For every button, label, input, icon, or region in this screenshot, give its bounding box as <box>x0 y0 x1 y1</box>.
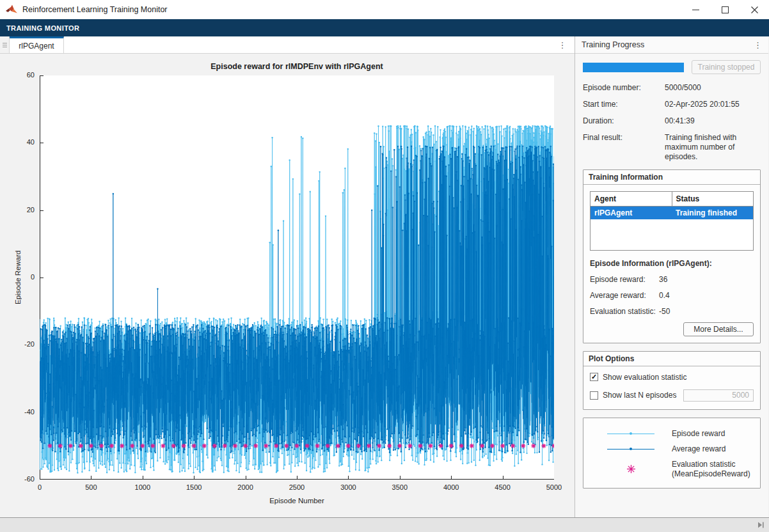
field-label: Episode number: <box>583 83 665 93</box>
ellipsis-vertical-icon: ⋮ <box>754 40 762 50</box>
last-n-episodes-input[interactable] <box>683 389 754 402</box>
title-bar: Reinforcement Learning Training Monitor <box>0 0 769 19</box>
field-value: 5000/5000 <box>665 83 759 93</box>
episode-stats: Episode reward:36Average reward:0.4Evalu… <box>590 275 754 316</box>
agent-cell: rlPGAgent <box>591 207 672 220</box>
maximize-icon <box>722 6 729 13</box>
progress-field: Final result:Training finished with maxi… <box>583 133 761 162</box>
x-tick-label: 0 <box>24 483 56 491</box>
document-panel: rlPGAgent ⋮ Episode reward for rlMDPEnv … <box>0 36 575 517</box>
legend-label: Average reward <box>672 444 726 454</box>
grip-icon <box>3 43 7 47</box>
check-icon: ✓ <box>591 373 597 380</box>
panel-header: Training Progress ⋮ <box>575 36 768 54</box>
legend-line-icon <box>607 434 654 434</box>
ribbon-tab-training-monitor[interactable]: TRAINING MONITOR <box>0 19 86 36</box>
window-title: Reinforcement Learning Training Monitor <box>22 5 681 14</box>
show-evaluation-statistic-option: ✓Show evaluation statistic <box>590 373 754 382</box>
x-tick-label: 3500 <box>384 483 416 491</box>
progress-fields: Episode number:5000/5000Start time:02-Ap… <box>583 83 761 162</box>
episode-info-title: Episode Information (rlPGAgent): <box>590 259 754 268</box>
field-label: Duration: <box>583 116 665 126</box>
progress-field: Start time:02-Apr-2025 20:01:55 <box>583 100 761 109</box>
training-information-card: Training Information Agent Status rlPGAg… <box>583 169 761 343</box>
field-value: 00:41:39 <box>665 116 759 126</box>
legend-marker-dot <box>630 432 632 435</box>
x-tick-label: 4500 <box>487 483 519 491</box>
stat-value: -50 <box>659 307 670 316</box>
y-axis-label: Episode Reward <box>14 75 22 480</box>
legend-label: Episode reward <box>672 429 725 439</box>
episode-reward-chart <box>40 75 554 480</box>
legend-item: Episode reward <box>590 429 754 439</box>
field-value: 02-Apr-2025 20:01:55 <box>665 100 759 109</box>
x-tick-label: 2000 <box>230 483 262 491</box>
show-evaluation-statistic-checkbox[interactable]: ✓ <box>590 373 598 381</box>
empty-cell <box>591 219 672 250</box>
table-row[interactable]: rlPGAgentTraining finished <box>591 207 754 220</box>
legend-sample <box>590 434 672 434</box>
panel-actions-button[interactable]: ⋮ <box>754 40 762 50</box>
plot-options-card: Plot Options ✓Show evaluation statisticS… <box>583 351 761 410</box>
tab-actions-button[interactable]: ⋮ <box>557 36 568 54</box>
legend-line-icon <box>607 449 654 450</box>
stat-value: 0.4 <box>659 291 670 300</box>
field-value: Training finished with maximum number of… <box>665 133 759 162</box>
training-stopped-button[interactable]: Training stopped <box>692 60 761 74</box>
x-tick-label: 5000 <box>538 483 570 491</box>
panel-title: Training Progress <box>582 40 644 49</box>
panel-content: Training stopped Episode number:5000/500… <box>575 54 768 517</box>
ellipsis-vertical-icon: ⋮ <box>559 40 567 50</box>
expand-panel-icon[interactable] <box>757 521 765 529</box>
toolstrip-ribbon: TRAINING MONITOR <box>0 19 769 36</box>
tab-rlpgagent[interactable]: rlPGAgent <box>10 36 64 53</box>
minimize-icon <box>692 6 699 13</box>
close-icon <box>751 6 758 13</box>
agents-table: Agent Status rlPGAgentTraining finished <box>590 191 754 251</box>
legend-card: Episode rewardAverage rewardEvaluation s… <box>583 418 761 489</box>
legend-label: Evaluation statistic(MeanEpisodeReward) <box>672 460 750 479</box>
matlab-logo-icon <box>6 4 17 15</box>
field-label: Start time: <box>583 100 665 109</box>
legend-item: Evaluation statistic(MeanEpisodeReward) <box>590 460 754 479</box>
close-button[interactable] <box>740 0 769 19</box>
status-cell: Training finished <box>672 207 754 220</box>
chart-title: Episode reward for rlMDPEnv with rlPGAge… <box>40 62 554 71</box>
document-tab-bar: rlPGAgent ⋮ <box>0 36 575 54</box>
x-tick-label: 1500 <box>178 483 210 491</box>
status-bar <box>0 517 769 532</box>
card-title: Plot Options <box>583 352 760 366</box>
x-tick-label: 500 <box>75 483 107 491</box>
column-header-agent: Agent <box>591 192 672 207</box>
x-tick-label: 4000 <box>435 483 467 491</box>
stat-label: Episode reward: <box>590 275 659 284</box>
x-axis-label: Episode Number <box>40 497 554 505</box>
stat-label: Evaluation statistic: <box>590 307 659 316</box>
card-title: Training Information <box>583 170 760 185</box>
more-details-button[interactable]: More Details... <box>683 322 754 336</box>
field-label: Final result: <box>583 133 665 162</box>
column-header-status: Status <box>672 192 754 207</box>
minimize-button[interactable] <box>681 0 710 19</box>
progress-bar <box>583 63 684 72</box>
training-progress-panel: Training Progress ⋮ Training stopped Epi… <box>575 36 768 517</box>
x-tick-label: 1000 <box>127 483 159 491</box>
asterisk-icon <box>626 464 636 474</box>
table-empty-row <box>591 219 754 250</box>
checkbox-label: Show last N episodes <box>603 391 676 400</box>
episode-stat-row: Average reward:0.4 <box>590 291 754 300</box>
show-last-n-episodes-option: Show last N episodes <box>590 389 754 402</box>
main-area: rlPGAgent ⋮ Episode reward for rlMDPEnv … <box>0 36 769 517</box>
stat-label: Average reward: <box>590 291 659 300</box>
x-tick-label: 3000 <box>332 483 364 491</box>
legend-item: Average reward <box>590 444 754 454</box>
stat-value: 36 <box>659 275 667 284</box>
maximize-button[interactable] <box>710 0 740 19</box>
tab-drag-handle[interactable] <box>0 36 10 53</box>
legend-sample <box>590 449 672 450</box>
show-last-n-episodes-checkbox[interactable] <box>590 391 598 400</box>
legend-sample <box>590 464 672 474</box>
x-tick-label: 2500 <box>281 483 313 491</box>
episode-stat-row: Evaluation statistic:-50 <box>590 307 754 316</box>
checkbox-label: Show evaluation statistic <box>603 373 686 382</box>
